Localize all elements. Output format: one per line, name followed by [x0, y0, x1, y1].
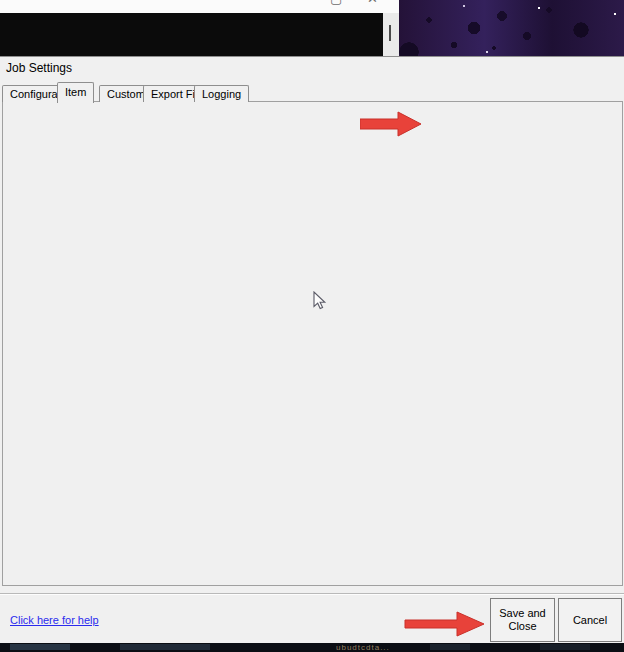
help-link[interactable]: Click here for help — [10, 614, 99, 627]
close-icon[interactable]: ✕ — [367, 0, 378, 6]
taskbar-faint-text: ubudtcdta... — [336, 643, 390, 652]
background-photo — [399, 0, 624, 57]
cancel-button[interactable]: Cancel — [558, 598, 622, 642]
maximize-icon[interactable]: ▢ — [330, 0, 342, 6]
strip-texture — [120, 644, 210, 650]
text-cursor-icon — [389, 25, 391, 41]
minimize-icon[interactable]: — — [288, 0, 301, 6]
strip-texture — [430, 644, 470, 650]
mouse-cursor-icon — [313, 291, 327, 311]
dialog-title: Job Settings — [6, 62, 72, 75]
strip-texture — [10, 644, 70, 650]
footer-separator-highlight — [0, 594, 624, 595]
annotation-arrow-save — [404, 609, 486, 639]
screenshot-root: — ▢ ✕ Job Settings Configuration Item Cu… — [0, 0, 624, 652]
background-taskbar-strip: ubudtcdta... — [0, 643, 624, 652]
background-gap — [383, 13, 399, 56]
save-and-close-button[interactable]: Save and Close — [490, 598, 555, 642]
strip-texture — [540, 644, 590, 650]
tab-page-item — [2, 101, 623, 586]
tab-logging[interactable]: Logging — [194, 85, 249, 102]
tab-item[interactable]: Item — [57, 82, 94, 103]
background-black-panel — [0, 13, 383, 56]
annotation-arrow-upload-all — [360, 111, 422, 137]
